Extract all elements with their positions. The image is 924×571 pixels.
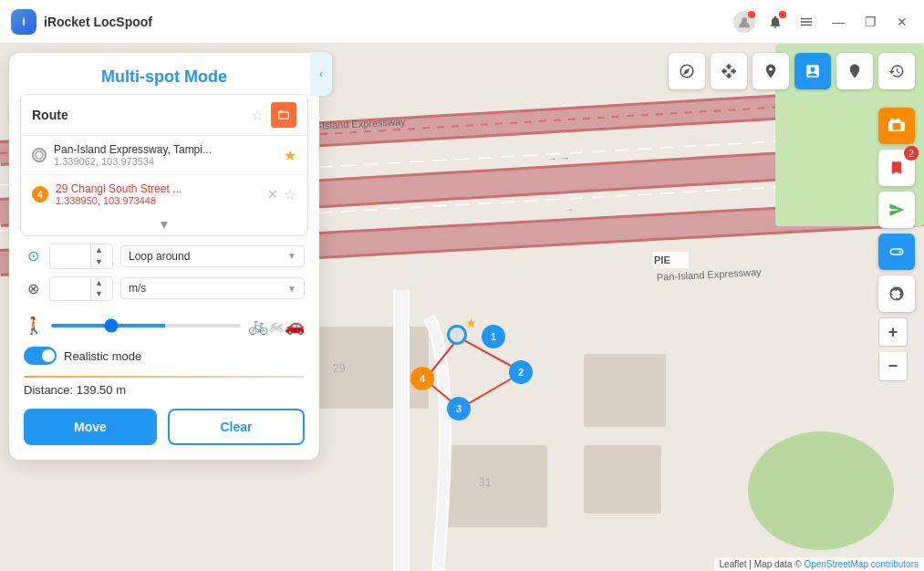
action-buttons: Move Clear bbox=[9, 409, 319, 445]
map-attribution: Leaflet | Map data © OpenStreetMap contr… bbox=[714, 557, 924, 571]
share-location-button[interactable] bbox=[878, 192, 915, 228]
panel-title: Multi-spot Mode bbox=[9, 53, 319, 94]
speed-unit-label: m/s bbox=[129, 282, 146, 295]
app-title: iRocket LocSpoof bbox=[44, 15, 152, 29]
speed-spinners: ▲ ▼ bbox=[90, 277, 107, 301]
map-area[interactable]: → → → → → 29 bbox=[0, 44, 924, 571]
toggle-knob bbox=[42, 349, 55, 362]
speed-unit-chevron: ▼ bbox=[287, 284, 296, 294]
speed-unit-select[interactable]: m/s ▼ bbox=[120, 277, 305, 299]
route-label: Route bbox=[32, 108, 68, 122]
loop-count-down[interactable]: ▼ bbox=[91, 256, 107, 268]
multispot-tool[interactable] bbox=[794, 53, 831, 89]
route-header: Route ☆ bbox=[21, 95, 307, 135]
clear-button[interactable]: Clear bbox=[168, 409, 305, 445]
osm-link[interactable]: OpenStreetMap contributors bbox=[804, 559, 919, 569]
left-panel: Multi-spot Mode ‹ Route ☆ Pan- bbox=[9, 53, 319, 460]
route-dot-1 bbox=[32, 148, 47, 162]
distance-row: Distance: 139.50 m bbox=[9, 372, 319, 409]
app-logo: i bbox=[11, 9, 36, 35]
loop-count-field[interactable]: 2 bbox=[50, 245, 90, 266]
loop-mode-label: Loop around bbox=[129, 250, 190, 263]
svg-point-5 bbox=[748, 431, 894, 550]
expand-button[interactable]: ▼ bbox=[21, 213, 307, 235]
titlebar-right: — ❐ ✕ bbox=[733, 11, 913, 33]
map-dot-1: 1 bbox=[482, 325, 505, 348]
map-dot-4: 4 bbox=[410, 367, 434, 390]
map-star: ★ bbox=[465, 316, 477, 330]
speed-control-row: ⊗ 7.27 ▲ ▼ m/s ▼ bbox=[24, 276, 305, 302]
svg-text:→: → bbox=[566, 205, 575, 214]
import-route-button[interactable] bbox=[878, 108, 915, 144]
loop-count-spinners: ▲ ▼ bbox=[90, 244, 107, 268]
route-item-name-4: 29 Changi South Street ... bbox=[56, 182, 229, 195]
svg-rect-9 bbox=[584, 445, 661, 514]
compass-nav-button[interactable] bbox=[878, 275, 915, 312]
route-item-actions-4: ✕ ☆ bbox=[267, 186, 296, 203]
panel-collapse-button[interactable]: ‹ bbox=[310, 52, 332, 96]
close-button[interactable]: ✕ bbox=[891, 13, 913, 31]
speed-down[interactable]: ▼ bbox=[91, 288, 107, 300]
zoom-out-button[interactable]: − bbox=[878, 352, 908, 381]
zoom-in-button[interactable]: + bbox=[878, 317, 908, 347]
route-delete-4[interactable]: ✕ bbox=[267, 187, 278, 202]
map-dot-3: 3 bbox=[447, 397, 471, 420]
menu-icon[interactable] bbox=[795, 11, 817, 33]
moto-icon[interactable]: 🏍 bbox=[268, 317, 285, 336]
speed-up[interactable]: ▲ bbox=[91, 277, 107, 289]
expand-icon: ▼ bbox=[158, 217, 171, 232]
svg-rect-8 bbox=[584, 354, 666, 427]
route-item-1[interactable]: Pan-Island Expressway, Tampi... 1.339062… bbox=[21, 135, 307, 174]
route-item-name-1: Pan-Island Expressway, Tampi... bbox=[54, 143, 227, 156]
walk-icon[interactable]: 🚶 bbox=[24, 316, 44, 336]
maximize-button[interactable]: ❐ bbox=[859, 13, 882, 31]
route-tool[interactable] bbox=[753, 53, 789, 89]
titlebar: i iRocket LocSpoof — ❐ ✕ bbox=[0, 0, 924, 44]
compass-tool[interactable] bbox=[669, 53, 705, 89]
loop-mode-chevron: ▼ bbox=[287, 251, 296, 261]
loop-icon: ⊙ bbox=[24, 247, 42, 265]
history-tool[interactable] bbox=[878, 53, 915, 89]
route-section: Route ☆ Pan-Island Expressway, Tampi... … bbox=[20, 94, 308, 236]
titlebar-left: i iRocket LocSpoof bbox=[11, 9, 152, 35]
loop-mode-select[interactable]: Loop around ▼ bbox=[120, 245, 305, 267]
speed-value-field[interactable]: 7.27 bbox=[50, 278, 90, 299]
toggle-button[interactable] bbox=[878, 234, 915, 270]
loop-count-input[interactable]: 2 ▲ ▼ bbox=[49, 244, 113, 269]
route-item-info-1: Pan-Island Expressway, Tampi... 1.339062… bbox=[54, 143, 276, 167]
route-star-1[interactable]: ★ bbox=[284, 147, 296, 164]
svg-text:→: → bbox=[383, 223, 392, 233]
map-start-dot bbox=[447, 325, 467, 345]
svg-text:31: 31 bbox=[479, 476, 492, 489]
svg-rect-7 bbox=[447, 445, 547, 527]
car-icon[interactable]: 🚗 bbox=[285, 316, 305, 336]
favorite-icon[interactable]: ☆ bbox=[251, 107, 264, 124]
controls-section: ⊙ 2 ▲ ▼ Loop around ▼ ⊗ 7.27 bbox=[9, 236, 319, 316]
distance-text: Distance: 139.50 m bbox=[24, 383, 126, 397]
route-item-coords-1: 1.339062, 103.973534 bbox=[54, 156, 276, 167]
route-header-icons: ☆ bbox=[251, 102, 296, 128]
saved-routes-button[interactable]: 2 bbox=[878, 150, 915, 186]
route-item-4[interactable]: 4 29 Changi South Street ... 1.338950, 1… bbox=[21, 174, 307, 213]
distance-line bbox=[24, 376, 305, 378]
route-star-4[interactable]: ☆ bbox=[284, 186, 296, 203]
svg-text:PIE: PIE bbox=[654, 254, 670, 265]
realistic-mode-row: Realistic mode bbox=[9, 343, 319, 372]
leaflet-credit: Leaflet bbox=[720, 559, 747, 569]
move-tool[interactable] bbox=[711, 53, 747, 89]
bike-icon[interactable]: 🚲 bbox=[248, 316, 268, 336]
route-item-info-4: 29 Changi South Street ... 1.338950, 103… bbox=[56, 182, 260, 206]
realistic-mode-toggle[interactable] bbox=[24, 347, 57, 365]
notification-bell[interactable] bbox=[764, 11, 786, 33]
speed-icon: ⊗ bbox=[24, 280, 42, 297]
speed-slider[interactable] bbox=[51, 324, 241, 327]
route-item-actions-1: ★ bbox=[284, 147, 296, 164]
teleport-tool[interactable] bbox=[836, 53, 873, 89]
minimize-button[interactable]: — bbox=[826, 13, 850, 31]
loop-count-up[interactable]: ▲ bbox=[91, 244, 107, 256]
import-folder-button[interactable] bbox=[271, 102, 296, 128]
speed-value-input[interactable]: 7.27 ▲ ▼ bbox=[49, 276, 113, 302]
route-dot-4: 4 bbox=[32, 186, 48, 202]
user-avatar[interactable] bbox=[733, 11, 755, 33]
move-button[interactable]: Move bbox=[24, 409, 157, 445]
